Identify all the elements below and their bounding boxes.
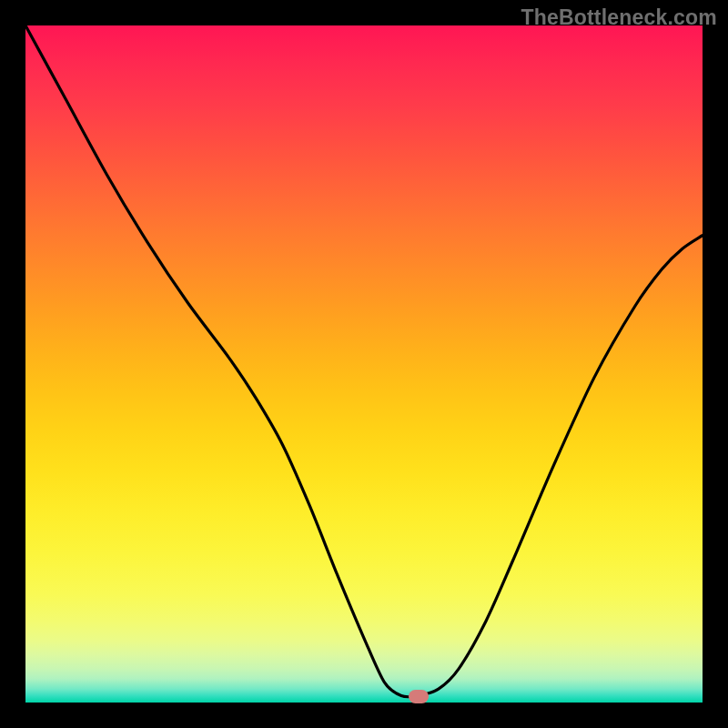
bottleneck-curve	[25, 25, 703, 703]
optimal-marker	[409, 690, 429, 703]
chart-container: TheBottleneck.com	[0, 0, 728, 728]
watermark-label: TheBottleneck.com	[521, 5, 717, 30]
